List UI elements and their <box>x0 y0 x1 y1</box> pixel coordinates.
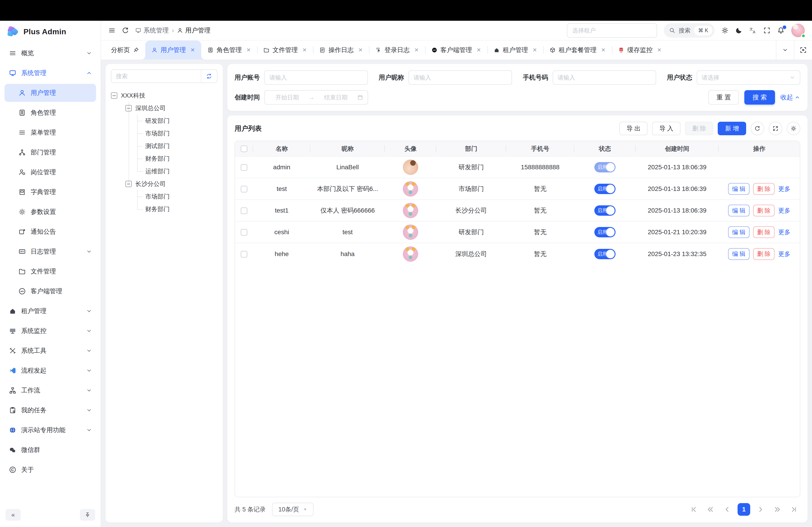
sidebar-item-my-tasks[interactable]: 我的任务 <box>4 401 96 419</box>
row-checkbox[interactable] <box>241 229 247 236</box>
fullscreen-icon[interactable] <box>763 27 770 34</box>
tab-user-mgmt[interactable]: 用户管理 ✕ <box>145 41 201 60</box>
status-toggle[interactable]: 启用 <box>594 227 615 237</box>
nickname-input[interactable]: 请输入 <box>408 70 512 85</box>
sidebar-pin-button[interactable] <box>80 509 95 521</box>
more-button[interactable]: 更多 <box>778 185 791 193</box>
tree-refresh-icon[interactable] <box>201 70 217 82</box>
sidebar-item-params[interactable]: 参数设置 <box>4 203 96 221</box>
close-icon[interactable]: ✕ <box>190 47 195 53</box>
close-icon[interactable]: ✕ <box>477 47 481 53</box>
delete-button[interactable]: 删 除 <box>685 122 713 135</box>
table-settings-gear-button[interactable] <box>787 122 800 135</box>
tree-node[interactable]: 市场部门 <box>111 190 217 203</box>
back-5-pages-button[interactable] <box>704 503 717 516</box>
tab-login-log[interactable]: 登录日志 ✕ <box>369 41 425 60</box>
account-input[interactable]: 请输入 <box>264 70 368 85</box>
settings-gear-icon[interactable] <box>721 27 728 34</box>
sidebar-item-system-monitor[interactable]: 系统监控 <box>4 322 96 340</box>
sidebar-item-file-mgmt[interactable]: 文件管理 <box>4 262 96 281</box>
page-size-select[interactable]: 10条/页 ▼ <box>272 503 314 516</box>
translate-icon[interactable]: 文A <box>749 27 756 34</box>
tab-client-mgmt[interactable]: 客户端管理 ✕ <box>425 41 488 60</box>
sidebar-item-dept-mgmt[interactable]: 部门管理 <box>4 144 96 161</box>
tenant-select[interactable]: 选择租户 <box>567 23 657 37</box>
notifications-bell-icon[interactable] <box>777 27 784 34</box>
table-refresh-button[interactable] <box>751 122 764 135</box>
status-toggle[interactable]: 启用 <box>594 249 615 259</box>
edit-button[interactable]: 编 辑 <box>728 183 750 195</box>
forward-5-pages-button[interactable] <box>771 503 784 516</box>
sidebar-item-post-mgmt[interactable]: 岗位管理 <box>4 163 96 181</box>
tab-operation-log[interactable]: 操作日志 ✕ <box>313 41 369 60</box>
row-delete-button[interactable]: 删 除 <box>753 226 774 238</box>
tree-node[interactable]: 深圳总公司 <box>111 102 217 115</box>
sidebar-item-tenant-mgmt[interactable]: 租户管理 <box>4 302 96 320</box>
tree-collapse-icon[interactable] <box>111 92 117 99</box>
sidebar-collapse-button[interactable]: « <box>5 509 21 521</box>
last-page-button[interactable] <box>788 503 800 516</box>
dark-mode-moon-icon[interactable] <box>735 27 742 34</box>
search-button[interactable]: 搜 索 <box>744 90 775 105</box>
more-button[interactable]: 更多 <box>778 250 791 258</box>
row-delete-button[interactable]: 删 除 <box>753 183 774 195</box>
add-button[interactable]: 新 增 <box>718 122 746 135</box>
sidebar-item-client-mgmt[interactable]: 客户端管理 <box>4 282 96 300</box>
page-number-current[interactable]: 1 <box>738 503 750 516</box>
row-checkbox[interactable] <box>241 186 247 193</box>
content-fullscreen-button[interactable] <box>794 41 812 60</box>
tree-collapse-icon[interactable] <box>126 181 132 187</box>
sidebar-item-role-mgmt[interactable]: 角色管理 <box>4 104 96 122</box>
sidebar-item-about[interactable]: 关于 <box>4 461 96 479</box>
sidebar-item-log-mgmt[interactable]: DEV 日志管理 <box>4 243 96 260</box>
pin-icon[interactable] <box>133 47 139 53</box>
tree-collapse-icon[interactable] <box>126 105 132 111</box>
tree-node[interactable]: 测试部门 <box>111 140 217 152</box>
close-icon[interactable]: ✕ <box>601 47 606 53</box>
status-toggle[interactable]: 启用 <box>594 162 615 172</box>
close-icon[interactable]: ✕ <box>533 47 537 53</box>
table-fullscreen-button[interactable] <box>769 122 782 135</box>
edit-button[interactable]: 编 辑 <box>728 205 750 216</box>
tree-node[interactable]: 研发部门 <box>111 115 217 127</box>
edit-button[interactable]: 编 辑 <box>728 226 750 238</box>
tree-node[interactable]: 长沙分公司 <box>111 178 217 190</box>
sidebar-item-demo-features[interactable]: 演示站专用功能 <box>4 421 96 439</box>
first-page-button[interactable] <box>687 503 700 516</box>
sidebar-item-overview[interactable]: 概览 <box>4 44 96 62</box>
next-page-button[interactable] <box>754 503 767 516</box>
close-icon[interactable]: ✕ <box>657 47 662 53</box>
sidebar-item-notice[interactable]: 通知公告 <box>4 223 96 241</box>
close-icon[interactable]: ✕ <box>246 47 251 53</box>
tree-node[interactable]: XXX科技 <box>111 89 217 102</box>
row-checkbox[interactable] <box>241 251 247 258</box>
tab-tenant-package-mgmt[interactable]: 租户套餐管理 ✕ <box>543 41 612 60</box>
row-checkbox[interactable] <box>241 207 247 214</box>
status-toggle[interactable]: 启用 <box>594 205 615 216</box>
hamburger-icon[interactable] <box>108 27 115 34</box>
sidebar-item-workflow[interactable]: 工作流 <box>4 381 96 400</box>
export-button[interactable]: 导 出 <box>619 122 648 135</box>
sidebar-item-user-mgmt[interactable]: 用户管理 <box>4 84 96 102</box>
sidebar-item-flow-start[interactable]: 流程发起 <box>4 362 96 380</box>
tree-node[interactable]: 运维部门 <box>111 165 217 178</box>
tab-cache-monitor[interactable]: redis 缓存监控 ✕ <box>612 41 668 60</box>
tab-role-mgmt[interactable]: 角色管理 ✕ <box>201 41 257 60</box>
tree-node[interactable]: 财务部门 <box>111 152 217 165</box>
tree-node[interactable]: 市场部门 <box>111 127 217 140</box>
close-icon[interactable]: ✕ <box>358 47 363 53</box>
row-checkbox[interactable] <box>241 164 247 171</box>
tree-search-input[interactable]: 搜索 <box>111 70 217 83</box>
created-date-range-input[interactable]: 开始日期 → 结束日期 <box>264 90 368 105</box>
select-all-checkbox[interactable] <box>241 146 247 152</box>
sidebar-item-system-mgmt[interactable]: 系统管理 <box>4 64 96 82</box>
global-search-button[interactable]: 搜索 ⌘ K <box>664 23 714 37</box>
more-button[interactable]: 更多 <box>778 228 791 236</box>
reset-button[interactable]: 重 置 <box>708 90 739 105</box>
tree-node[interactable]: 财务部门 <box>111 203 217 215</box>
row-delete-button[interactable]: 删 除 <box>753 205 774 216</box>
sidebar-item-menu-mgmt[interactable]: 菜单管理 <box>4 123 96 141</box>
status-toggle[interactable]: 启用 <box>594 184 615 194</box>
tab-tenant-mgmt[interactable]: 租户管理 ✕ <box>488 41 543 60</box>
user-avatar[interactable] <box>791 24 805 37</box>
